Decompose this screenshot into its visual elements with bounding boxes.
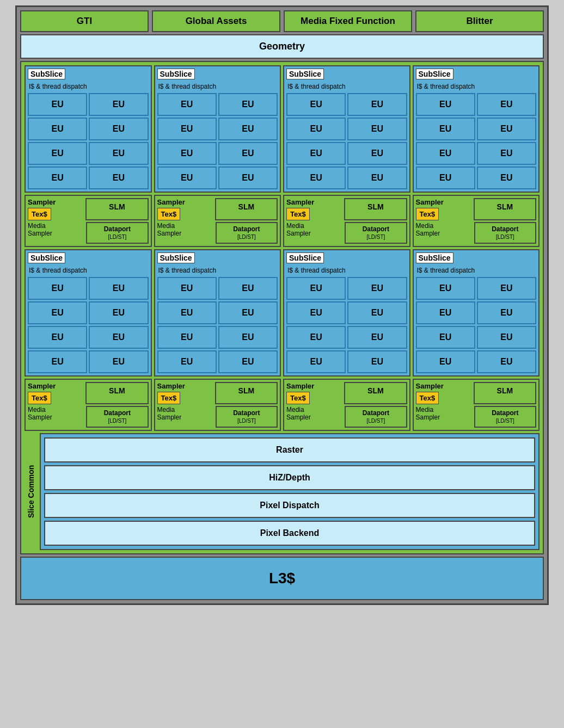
slm-1: SLM bbox=[85, 198, 148, 220]
dataport-1: Dataport[LD/ST] bbox=[86, 222, 148, 244]
eu-6-8: EU bbox=[218, 350, 278, 373]
eu-7-5: EU bbox=[286, 326, 346, 349]
subslice-1: SubSlice I$ & thread dispatch EUEU EUEU … bbox=[24, 65, 152, 193]
media-sampler-4: MediaSampler bbox=[416, 222, 473, 237]
eu-5-4: EU bbox=[89, 301, 148, 324]
eu-7-2: EU bbox=[347, 277, 407, 300]
l3-bar: L3$ bbox=[20, 557, 544, 600]
eu-8-1: EU bbox=[416, 277, 475, 300]
slm-6: SLM bbox=[215, 382, 278, 404]
eu-1-3: EU bbox=[28, 118, 87, 140]
eu-7-7: EU bbox=[286, 350, 346, 373]
subslice-4: SubSlice I$ & thread dispatch EUEU EUEU … bbox=[413, 65, 540, 193]
media-sampler-2: MediaSampler bbox=[157, 222, 214, 237]
thread-dispatch-4: I$ & thread dispatch bbox=[416, 82, 537, 91]
eu-4-7: EU bbox=[416, 166, 475, 189]
sampler-row-2: Sampler Tex$ SLM MediaSampler Dataport[L… bbox=[24, 379, 540, 431]
subslice-label-6: SubSlice bbox=[157, 252, 195, 263]
eu-3-7: EU bbox=[286, 166, 346, 189]
thread-dispatch-3: I$ & thread dispatch bbox=[286, 82, 407, 91]
eu-1-5: EU bbox=[28, 142, 87, 165]
thread-dispatch-6: I$ & thread dispatch bbox=[157, 266, 278, 275]
eu-2-6: EU bbox=[218, 142, 278, 165]
eu-3-1: EU bbox=[286, 93, 346, 116]
eu-7-1: EU bbox=[286, 277, 346, 300]
eu-5-5: EU bbox=[28, 326, 87, 349]
media-sampler-6: MediaSampler bbox=[157, 406, 214, 421]
sampler-block-8: Sampler Tex$ SLM MediaSampler Dataport[L… bbox=[413, 379, 540, 431]
eu-7-4: EU bbox=[347, 301, 407, 324]
top-header: GTI Global Assets Media Fixed Function B… bbox=[20, 10, 544, 32]
thread-dispatch-7: I$ & thread dispatch bbox=[286, 266, 407, 275]
eu-6-1: EU bbox=[157, 277, 217, 300]
eu-2-7: EU bbox=[157, 166, 217, 189]
dataport-2: Dataport[LD/ST] bbox=[216, 222, 278, 244]
eu-6-7: EU bbox=[157, 350, 217, 373]
thread-dispatch-5: I$ & thread dispatch bbox=[28, 266, 149, 275]
eu-8-4: EU bbox=[477, 301, 536, 324]
eu-1-7: EU bbox=[28, 166, 87, 189]
sampler-label-6: Sampler bbox=[157, 382, 213, 390]
slm-5: SLM bbox=[85, 382, 148, 404]
subslice-2: SubSlice I$ & thread dispatch EUEU EUEU … bbox=[154, 65, 281, 193]
eu-3-3: EU bbox=[286, 118, 346, 140]
tex-label-7: Tex$ bbox=[286, 392, 310, 404]
subslice-label-7: SubSlice bbox=[286, 252, 324, 263]
slice-common-area: Slice Common Raster HiZ/Depth Pixel Disp… bbox=[24, 433, 540, 550]
geometry-bar: Geometry bbox=[20, 34, 544, 59]
main-container: GTI Global Assets Media Fixed Function B… bbox=[15, 5, 549, 605]
subslice-5: SubSlice I$ & thread dispatch EUEU EUEU … bbox=[24, 249, 152, 377]
dataport-7: Dataport[LD/ST] bbox=[345, 406, 407, 428]
sampler-block-5: Sampler Tex$ SLM MediaSampler Dataport[L… bbox=[24, 379, 152, 431]
subslice-6: SubSlice I$ & thread dispatch EUEU EUEU … bbox=[154, 249, 281, 377]
subslice-label-8: SubSlice bbox=[416, 252, 453, 263]
eu-4-6: EU bbox=[477, 142, 536, 165]
thread-dispatch-2: I$ & thread dispatch bbox=[157, 82, 278, 91]
eu-2-2: EU bbox=[218, 93, 278, 116]
header-blitter: Blitter bbox=[415, 10, 544, 32]
eu-3-8: EU bbox=[347, 166, 407, 189]
eu-5-1: EU bbox=[28, 277, 87, 300]
eu-2-1: EU bbox=[157, 93, 217, 116]
eu-1-1: EU bbox=[28, 93, 87, 116]
thread-dispatch-1: I$ & thread dispatch bbox=[28, 82, 149, 91]
slm-4: SLM bbox=[474, 198, 536, 220]
eu-3-4: EU bbox=[347, 118, 407, 140]
eu-2-4: EU bbox=[218, 118, 278, 140]
dataport-4: Dataport[LD/ST] bbox=[474, 222, 536, 244]
dataport-3: Dataport[LD/ST] bbox=[345, 222, 407, 244]
sampler-row-1: Sampler Tex$ SLM MediaSampler Dataport[L… bbox=[24, 195, 540, 247]
sampler-label-8: Sampler bbox=[416, 382, 472, 390]
eu-5-8: EU bbox=[89, 350, 148, 373]
sampler-label-2: Sampler bbox=[157, 198, 213, 206]
slm-7: SLM bbox=[344, 382, 407, 404]
subslice-label-5: SubSlice bbox=[28, 252, 65, 263]
tex-label-4: Tex$ bbox=[416, 208, 439, 220]
sampler-label-4: Sampler bbox=[416, 198, 472, 206]
eu-1-2: EU bbox=[89, 93, 148, 116]
eu-8-2: EU bbox=[477, 277, 536, 300]
slice-common-label: Slice Common bbox=[24, 433, 38, 550]
sampler-label-5: Sampler bbox=[28, 382, 84, 390]
pixel-backend-box: Pixel Backend bbox=[44, 521, 535, 546]
hiz-box: HiZ/Depth bbox=[44, 465, 535, 490]
sampler-label-7: Sampler bbox=[286, 382, 342, 390]
eu-5-7: EU bbox=[28, 350, 87, 373]
media-sampler-1: MediaSampler bbox=[28, 222, 84, 237]
eu-4-3: EU bbox=[416, 118, 475, 140]
subslice-label-4: SubSlice bbox=[416, 69, 453, 79]
eu-5-6: EU bbox=[89, 326, 148, 349]
eu-4-2: EU bbox=[477, 93, 536, 116]
tex-label-6: Tex$ bbox=[157, 392, 181, 404]
thread-dispatch-8: I$ & thread dispatch bbox=[416, 266, 537, 275]
sampler-block-6: Sampler Tex$ SLM MediaSampler Dataport[L… bbox=[154, 379, 281, 431]
subslice-7: SubSlice I$ & thread dispatch EUEU EUEU … bbox=[283, 249, 410, 377]
media-sampler-5: MediaSampler bbox=[28, 406, 84, 421]
slm-2: SLM bbox=[215, 198, 278, 220]
eu-7-6: EU bbox=[347, 326, 407, 349]
eu-5-3: EU bbox=[28, 301, 87, 324]
eu-7-3: EU bbox=[286, 301, 346, 324]
media-sampler-7: MediaSampler bbox=[286, 406, 343, 421]
header-global-assets: Global Assets bbox=[152, 10, 280, 32]
eu-4-1: EU bbox=[416, 93, 475, 116]
